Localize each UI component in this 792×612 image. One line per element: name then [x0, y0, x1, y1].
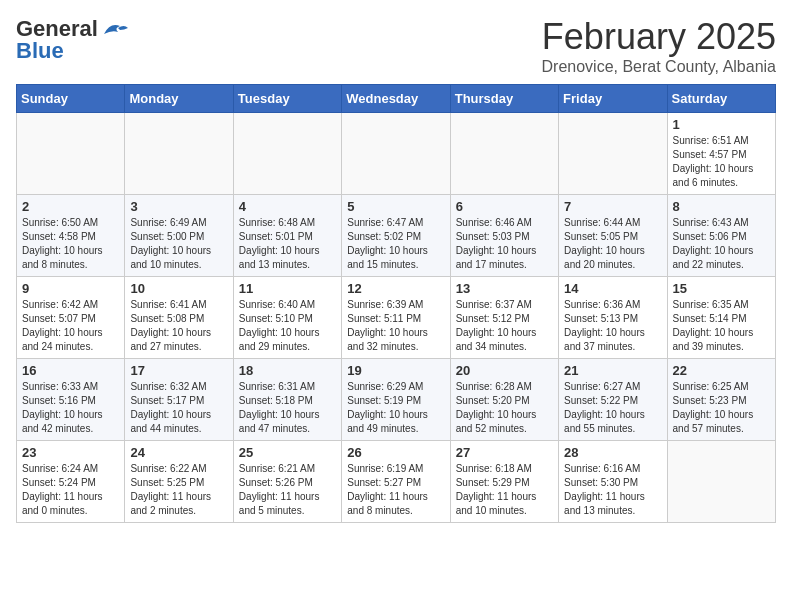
- logo-blue-text: Blue: [16, 38, 64, 64]
- day-info: Sunrise: 6:47 AM Sunset: 5:02 PM Dayligh…: [347, 216, 444, 272]
- calendar-cell: 12Sunrise: 6:39 AM Sunset: 5:11 PM Dayli…: [342, 277, 450, 359]
- day-number: 14: [564, 281, 661, 296]
- day-number: 20: [456, 363, 553, 378]
- day-info: Sunrise: 6:39 AM Sunset: 5:11 PM Dayligh…: [347, 298, 444, 354]
- calendar-week-row: 1Sunrise: 6:51 AM Sunset: 4:57 PM Daylig…: [17, 113, 776, 195]
- day-info: Sunrise: 6:51 AM Sunset: 4:57 PM Dayligh…: [673, 134, 770, 190]
- day-number: 6: [456, 199, 553, 214]
- day-number: 4: [239, 199, 336, 214]
- day-number: 28: [564, 445, 661, 460]
- day-number: 12: [347, 281, 444, 296]
- day-number: 3: [130, 199, 227, 214]
- calendar-day-header: Sunday: [17, 85, 125, 113]
- calendar-cell: [125, 113, 233, 195]
- calendar-day-header: Friday: [559, 85, 667, 113]
- day-number: 21: [564, 363, 661, 378]
- calendar-cell: [450, 113, 558, 195]
- logo: General Blue: [16, 16, 128, 64]
- day-info: Sunrise: 6:35 AM Sunset: 5:14 PM Dayligh…: [673, 298, 770, 354]
- day-info: Sunrise: 6:24 AM Sunset: 5:24 PM Dayligh…: [22, 462, 119, 518]
- calendar-cell: [667, 441, 775, 523]
- calendar-day-header: Wednesday: [342, 85, 450, 113]
- day-info: Sunrise: 6:43 AM Sunset: 5:06 PM Dayligh…: [673, 216, 770, 272]
- day-info: Sunrise: 6:18 AM Sunset: 5:29 PM Dayligh…: [456, 462, 553, 518]
- day-number: 26: [347, 445, 444, 460]
- day-info: Sunrise: 6:49 AM Sunset: 5:00 PM Dayligh…: [130, 216, 227, 272]
- day-number: 24: [130, 445, 227, 460]
- calendar-cell: 4Sunrise: 6:48 AM Sunset: 5:01 PM Daylig…: [233, 195, 341, 277]
- day-number: 5: [347, 199, 444, 214]
- calendar-week-row: 2Sunrise: 6:50 AM Sunset: 4:58 PM Daylig…: [17, 195, 776, 277]
- calendar-cell: 18Sunrise: 6:31 AM Sunset: 5:18 PM Dayli…: [233, 359, 341, 441]
- day-info: Sunrise: 6:44 AM Sunset: 5:05 PM Dayligh…: [564, 216, 661, 272]
- calendar-cell: [559, 113, 667, 195]
- calendar-cell: [17, 113, 125, 195]
- day-number: 11: [239, 281, 336, 296]
- calendar-cell: [342, 113, 450, 195]
- calendar-cell: 14Sunrise: 6:36 AM Sunset: 5:13 PM Dayli…: [559, 277, 667, 359]
- location-subtitle: Drenovice, Berat County, Albania: [542, 58, 777, 76]
- calendar-cell: 2Sunrise: 6:50 AM Sunset: 4:58 PM Daylig…: [17, 195, 125, 277]
- day-number: 23: [22, 445, 119, 460]
- day-info: Sunrise: 6:32 AM Sunset: 5:17 PM Dayligh…: [130, 380, 227, 436]
- day-info: Sunrise: 6:37 AM Sunset: 5:12 PM Dayligh…: [456, 298, 553, 354]
- calendar-cell: 6Sunrise: 6:46 AM Sunset: 5:03 PM Daylig…: [450, 195, 558, 277]
- day-info: Sunrise: 6:50 AM Sunset: 4:58 PM Dayligh…: [22, 216, 119, 272]
- calendar-cell: 17Sunrise: 6:32 AM Sunset: 5:17 PM Dayli…: [125, 359, 233, 441]
- day-number: 25: [239, 445, 336, 460]
- calendar-header-row: SundayMondayTuesdayWednesdayThursdayFrid…: [17, 85, 776, 113]
- calendar-cell: 28Sunrise: 6:16 AM Sunset: 5:30 PM Dayli…: [559, 441, 667, 523]
- day-info: Sunrise: 6:29 AM Sunset: 5:19 PM Dayligh…: [347, 380, 444, 436]
- day-info: Sunrise: 6:25 AM Sunset: 5:23 PM Dayligh…: [673, 380, 770, 436]
- calendar-day-header: Monday: [125, 85, 233, 113]
- header: General Blue February 2025 Drenovice, Be…: [16, 16, 776, 76]
- day-number: 15: [673, 281, 770, 296]
- calendar-cell: 16Sunrise: 6:33 AM Sunset: 5:16 PM Dayli…: [17, 359, 125, 441]
- calendar-cell: 25Sunrise: 6:21 AM Sunset: 5:26 PM Dayli…: [233, 441, 341, 523]
- day-info: Sunrise: 6:33 AM Sunset: 5:16 PM Dayligh…: [22, 380, 119, 436]
- day-info: Sunrise: 6:42 AM Sunset: 5:07 PM Dayligh…: [22, 298, 119, 354]
- calendar-day-header: Tuesday: [233, 85, 341, 113]
- calendar-cell: 21Sunrise: 6:27 AM Sunset: 5:22 PM Dayli…: [559, 359, 667, 441]
- calendar-cell: 9Sunrise: 6:42 AM Sunset: 5:07 PM Daylig…: [17, 277, 125, 359]
- calendar-cell: 24Sunrise: 6:22 AM Sunset: 5:25 PM Dayli…: [125, 441, 233, 523]
- day-info: Sunrise: 6:36 AM Sunset: 5:13 PM Dayligh…: [564, 298, 661, 354]
- day-info: Sunrise: 6:28 AM Sunset: 5:20 PM Dayligh…: [456, 380, 553, 436]
- day-number: 9: [22, 281, 119, 296]
- day-info: Sunrise: 6:21 AM Sunset: 5:26 PM Dayligh…: [239, 462, 336, 518]
- calendar-cell: 15Sunrise: 6:35 AM Sunset: 5:14 PM Dayli…: [667, 277, 775, 359]
- day-number: 1: [673, 117, 770, 132]
- calendar-day-header: Saturday: [667, 85, 775, 113]
- logo-bird-icon: [100, 20, 128, 38]
- calendar-cell: 13Sunrise: 6:37 AM Sunset: 5:12 PM Dayli…: [450, 277, 558, 359]
- day-number: 2: [22, 199, 119, 214]
- day-number: 13: [456, 281, 553, 296]
- calendar-cell: 1Sunrise: 6:51 AM Sunset: 4:57 PM Daylig…: [667, 113, 775, 195]
- calendar-cell: 26Sunrise: 6:19 AM Sunset: 5:27 PM Dayli…: [342, 441, 450, 523]
- calendar-week-row: 16Sunrise: 6:33 AM Sunset: 5:16 PM Dayli…: [17, 359, 776, 441]
- calendar-cell: 19Sunrise: 6:29 AM Sunset: 5:19 PM Dayli…: [342, 359, 450, 441]
- calendar-cell: 23Sunrise: 6:24 AM Sunset: 5:24 PM Dayli…: [17, 441, 125, 523]
- day-number: 19: [347, 363, 444, 378]
- day-info: Sunrise: 6:19 AM Sunset: 5:27 PM Dayligh…: [347, 462, 444, 518]
- calendar-week-row: 9Sunrise: 6:42 AM Sunset: 5:07 PM Daylig…: [17, 277, 776, 359]
- calendar-day-header: Thursday: [450, 85, 558, 113]
- day-info: Sunrise: 6:22 AM Sunset: 5:25 PM Dayligh…: [130, 462, 227, 518]
- day-info: Sunrise: 6:46 AM Sunset: 5:03 PM Dayligh…: [456, 216, 553, 272]
- day-info: Sunrise: 6:27 AM Sunset: 5:22 PM Dayligh…: [564, 380, 661, 436]
- calendar-cell: 8Sunrise: 6:43 AM Sunset: 5:06 PM Daylig…: [667, 195, 775, 277]
- day-number: 7: [564, 199, 661, 214]
- day-number: 8: [673, 199, 770, 214]
- day-info: Sunrise: 6:41 AM Sunset: 5:08 PM Dayligh…: [130, 298, 227, 354]
- calendar-cell: 27Sunrise: 6:18 AM Sunset: 5:29 PM Dayli…: [450, 441, 558, 523]
- calendar-cell: 7Sunrise: 6:44 AM Sunset: 5:05 PM Daylig…: [559, 195, 667, 277]
- calendar-week-row: 23Sunrise: 6:24 AM Sunset: 5:24 PM Dayli…: [17, 441, 776, 523]
- day-info: Sunrise: 6:40 AM Sunset: 5:10 PM Dayligh…: [239, 298, 336, 354]
- month-year-title: February 2025: [542, 16, 777, 58]
- day-info: Sunrise: 6:31 AM Sunset: 5:18 PM Dayligh…: [239, 380, 336, 436]
- day-number: 16: [22, 363, 119, 378]
- day-number: 18: [239, 363, 336, 378]
- day-info: Sunrise: 6:48 AM Sunset: 5:01 PM Dayligh…: [239, 216, 336, 272]
- calendar-cell: 11Sunrise: 6:40 AM Sunset: 5:10 PM Dayli…: [233, 277, 341, 359]
- calendar-table: SundayMondayTuesdayWednesdayThursdayFrid…: [16, 84, 776, 523]
